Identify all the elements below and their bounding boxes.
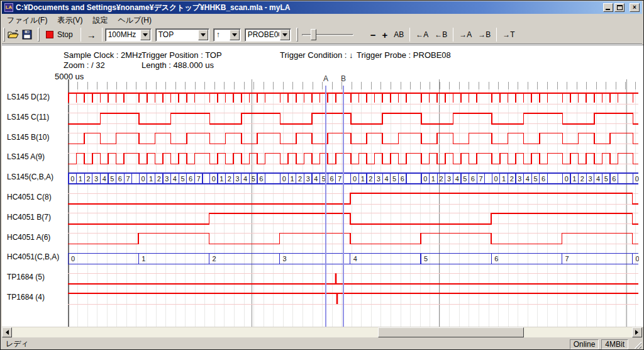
trigger-position-info: Trigger Position : TOP [142, 50, 222, 60]
zoom-slider-thumb[interactable] [311, 29, 316, 40]
svg-text:5: 5 [110, 175, 114, 183]
jump-to-trigger-button[interactable]: →T [499, 28, 518, 42]
titlebar[interactable]: LA C:¥Documents and Settings¥noname¥デスクト… [2, 1, 642, 14]
clock-value: 100MHz [106, 30, 140, 39]
svg-text:5: 5 [604, 175, 608, 183]
zoom-slider-track[interactable] [302, 34, 353, 36]
toolbar-grip-3[interactable] [296, 28, 298, 42]
stop-label: Stop [57, 30, 73, 39]
toolbar-grip[interactable] [3, 28, 5, 42]
svg-text:1: 1 [572, 175, 576, 183]
svg-text:4: 4 [526, 175, 530, 183]
svg-text:0: 0 [494, 175, 497, 183]
svg-text:3: 3 [518, 175, 521, 183]
scroll-right-button[interactable] [632, 327, 642, 337]
svg-text:6: 6 [401, 175, 404, 183]
svg-text:2: 2 [157, 175, 161, 183]
trigger-edge-combo[interactable]: ↑ [213, 28, 241, 42]
cursor-b-label: B [339, 74, 348, 83]
svg-text:0: 0 [635, 175, 639, 183]
toolbar: Stop → 100MHz TOP ↑ PROBE00 − + AB ←A [2, 26, 642, 44]
svg-text:1: 1 [79, 175, 82, 183]
save-button[interactable] [20, 28, 34, 42]
svg-text:0: 0 [70, 175, 74, 183]
menu-settings[interactable]: 設定 [87, 14, 113, 26]
svg-text:1: 1 [502, 175, 506, 183]
cursor-b-line[interactable] [343, 86, 344, 327]
trigger-position-value: TOP [156, 30, 197, 39]
svg-text:6: 6 [118, 175, 122, 183]
svg-text:1: 1 [361, 175, 365, 183]
trigger-condition-info: Trigger Condition : ↓ [280, 50, 353, 60]
toolbar-grip-2[interactable] [38, 28, 40, 42]
ab-range-button[interactable]: AB [391, 28, 407, 42]
svg-text:2: 2 [510, 175, 514, 183]
svg-text:2: 2 [298, 175, 302, 183]
trigger-position-dropdown-button[interactable] [198, 30, 208, 40]
chevron-down-icon [282, 33, 287, 39]
svg-text:6: 6 [189, 175, 192, 183]
close-button[interactable]: × [630, 3, 640, 12]
zoom-out-button[interactable]: − [367, 28, 379, 42]
cursor-a-line[interactable] [325, 86, 326, 327]
menu-help[interactable]: ヘルプ(H) [113, 14, 157, 26]
svg-text:1: 1 [290, 175, 294, 183]
svg-text:3: 3 [94, 175, 98, 183]
svg-text:6: 6 [330, 175, 333, 183]
zoom-slider[interactable] [302, 28, 365, 42]
svg-text:0: 0 [565, 175, 569, 183]
channel-label: LS145 D(12) [7, 93, 50, 101]
minimize-button[interactable] [603, 3, 613, 12]
channel-label: HC4051(C,B,A) [7, 252, 59, 261]
waveform-plot[interactable]: 0123456701234567012345601234567012345601… [68, 79, 639, 327]
svg-text:0: 0 [212, 175, 216, 183]
trigger-position-combo[interactable]: TOP [155, 28, 209, 42]
svg-text:3: 3 [377, 175, 380, 183]
stop-icon [46, 31, 53, 38]
svg-text:3: 3 [283, 255, 287, 262]
length-info: Length : 488.000 us [142, 60, 214, 70]
svg-text:2: 2 [86, 175, 90, 183]
maximize-button[interactable] [614, 3, 625, 12]
svg-text:4: 4 [353, 255, 357, 262]
status-message: レディ [2, 339, 570, 349]
cursor-a-label: A [321, 74, 330, 83]
open-file-button[interactable] [6, 28, 20, 42]
stop-button[interactable]: Stop [41, 28, 78, 42]
svg-text:1: 1 [149, 175, 153, 183]
clock-dropdown-button[interactable] [140, 30, 150, 40]
menu-view[interactable]: 表示(V) [52, 14, 87, 26]
jump-to-a-button[interactable]: ←A [413, 28, 431, 42]
svg-text:5: 5 [180, 175, 184, 183]
trigger-edge-dropdown-button[interactable] [230, 30, 240, 40]
scrollbar-thumb[interactable] [378, 327, 524, 337]
app-icon[interactable]: LA [4, 3, 13, 12]
clock-combo[interactable]: 100MHz [105, 28, 152, 42]
svg-text:3: 3 [447, 175, 451, 183]
horizontal-scrollbar[interactable] [2, 327, 642, 337]
menu-file[interactable]: ファイル(F) [2, 14, 52, 26]
minimize-icon [606, 9, 610, 10]
menubar: ファイル(F) 表示(V) 設定 ヘルプ(H) [2, 14, 642, 26]
svg-text:5: 5 [392, 175, 396, 183]
trigger-probe-combo[interactable]: PROBE00 [245, 28, 291, 42]
open-folder-icon [8, 30, 19, 40]
memory-size-badge: 4MBit [601, 339, 628, 349]
statusbar: レディ Online 4MBit [2, 339, 642, 349]
zoom-in-button[interactable]: + [379, 28, 391, 42]
trigger-probe-dropdown-button[interactable] [280, 30, 290, 40]
svg-text:4: 4 [103, 175, 106, 183]
svg-text:3: 3 [588, 175, 592, 183]
set-b-button[interactable]: →B [475, 28, 494, 42]
svg-text:4: 4 [596, 175, 600, 183]
scroll-left-button[interactable] [2, 327, 12, 337]
arrow-right-icon [635, 330, 641, 335]
jump-to-b-button[interactable]: ←B [431, 28, 450, 42]
trigger-edge-value: ↑ [214, 30, 229, 39]
resize-grip[interactable] [633, 341, 641, 349]
svg-text:7: 7 [479, 175, 482, 183]
svg-text:6: 6 [494, 255, 498, 262]
run-button[interactable]: → [84, 28, 99, 42]
svg-text:0: 0 [71, 255, 75, 262]
set-a-button[interactable]: →A [456, 28, 475, 42]
